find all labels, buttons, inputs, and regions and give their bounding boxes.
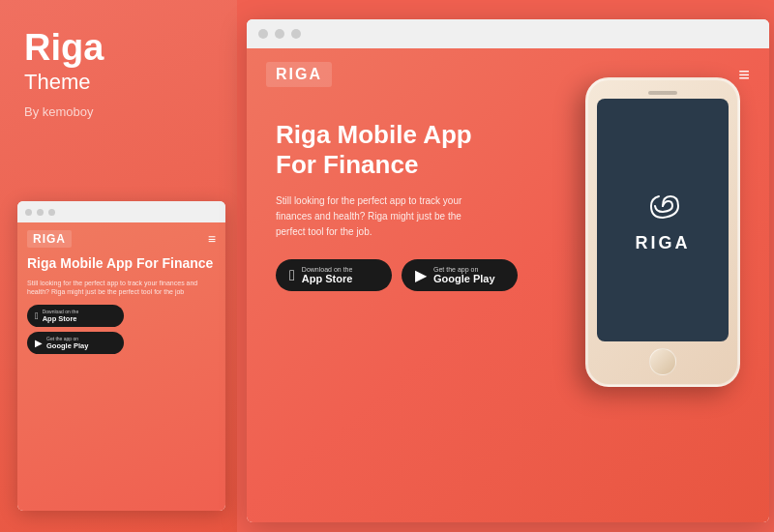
left-panel: Riga Theme By kemoboy RIGA ≡ Riga Mobile… — [0, 0, 237, 532]
main-googleplay-btn[interactable]: ▶ Get the app on Google Play — [402, 259, 518, 291]
brand-title: Riga — [24, 29, 213, 66]
mini-hero-desc: Still looking for the perfect app to tra… — [27, 279, 216, 298]
main-play-icon: ▶ — [415, 266, 427, 284]
main-googleplay-text: Get the app on Google Play — [433, 266, 495, 284]
mini-googleplay-btn[interactable]: ▶ Get the app on Google Play — [27, 332, 124, 354]
main-browser-bar — [247, 19, 769, 48]
mini-logo: RIGA — [27, 230, 72, 248]
mini-dot-2 — [37, 209, 44, 216]
mini-googleplay-sub: Get the app on — [46, 336, 88, 341]
main-browser: RIGA ≡ Riga Mobile App For Finance Still… — [247, 19, 769, 522]
phone-screen: RIGA — [597, 99, 729, 341]
main-logo: RIGA — [266, 62, 332, 87]
main-btn-row:  Download on the App Store ▶ Get the ap… — [276, 259, 489, 291]
mini-apple-icon:  — [35, 310, 39, 321]
main-apple-icon:  — [289, 267, 295, 284]
phone-outer: RIGA — [585, 77, 740, 387]
phone-home-button — [649, 348, 676, 375]
mini-dot-1 — [25, 209, 32, 216]
mini-content: RIGA ≡ Riga Mobile App For Finance Still… — [17, 222, 225, 511]
main-appstore-sub: Download on the — [302, 266, 353, 273]
mini-browser-card: RIGA ≡ Riga Mobile App For Finance Still… — [17, 201, 225, 511]
main-dot-3 — [291, 29, 301, 39]
mini-hamburger-icon: ≡ — [208, 232, 216, 246]
brand-by: By kemoboy — [24, 104, 213, 119]
main-appstore-label: App Store — [302, 273, 353, 284]
mini-appstore-label: App Store — [43, 314, 79, 323]
mini-appstore-btn[interactable]:  Download on the App Store — [27, 305, 124, 327]
phone-mockup: RIGA — [585, 77, 740, 387]
main-appstore-text: Download on the App Store — [302, 266, 353, 284]
main-hero-title: Riga Mobile App For Finance — [276, 120, 489, 180]
brand-subtitle: Theme — [24, 70, 213, 95]
main-dot-1 — [258, 29, 268, 39]
main-hamburger-icon[interactable]: ≡ — [738, 65, 750, 84]
mini-appstore-text: Download on the App Store — [43, 309, 79, 323]
mini-hero-title: Riga Mobile App For Finance — [27, 255, 216, 273]
main-hero-desc: Still looking for the perfect app to tra… — [276, 193, 489, 240]
phone-speaker — [648, 91, 677, 95]
mini-nav: RIGA ≡ — [27, 230, 216, 248]
phone-spiral-icon — [643, 187, 682, 225]
main-content: RIGA ≡ Riga Mobile App For Finance Still… — [247, 48, 769, 522]
main-googleplay-label: Google Play — [433, 273, 495, 284]
mini-googleplay-label: Google Play — [46, 341, 88, 350]
main-dot-2 — [275, 29, 284, 39]
phone-screen-logo: RIGA — [636, 233, 691, 253]
main-appstore-btn[interactable]:  Download on the App Store — [276, 259, 392, 291]
main-googleplay-sub: Get the app on — [433, 266, 495, 273]
mini-googleplay-text: Get the app on Google Play — [46, 336, 88, 350]
mini-browser-bar — [17, 201, 225, 222]
main-hero: Riga Mobile App For Finance Still lookin… — [247, 101, 518, 310]
mini-play-icon: ▶ — [35, 338, 43, 348]
mini-appstore-sub: Download on the — [43, 309, 79, 314]
mini-dot-3 — [48, 209, 55, 216]
